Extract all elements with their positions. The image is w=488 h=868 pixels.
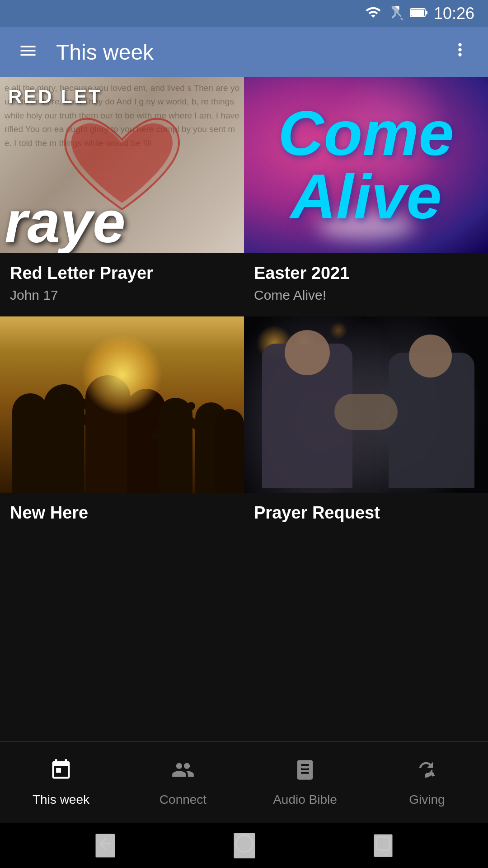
- hand-icon: [415, 758, 439, 787]
- nav-item-this-week[interactable]: This week: [0, 751, 122, 814]
- come-alive-text: Come Alive: [244, 77, 488, 253]
- card-red-letter-prayer[interactable]: e all the glory, because you loved em, a…: [0, 77, 244, 316]
- rlp-main-label: raye: [0, 196, 244, 249]
- nh-info: New Here: [0, 493, 244, 537]
- ca-subtitle: Come Alive!: [254, 288, 478, 303]
- pr-title: Prayer Request: [254, 503, 478, 524]
- wifi-icon: [365, 4, 381, 24]
- rlp-info: Red Letter Prayer John 17: [0, 253, 244, 316]
- calendar-icon: [49, 758, 73, 787]
- more-options-button[interactable]: [446, 35, 474, 69]
- app-bar: This week: [0, 27, 488, 77]
- svg-point-4: [236, 835, 253, 852]
- ca-title-text: Easter 2021: [254, 263, 478, 284]
- nav-item-audio-bible[interactable]: Audio Bible: [244, 751, 366, 814]
- nav-label-this-week: This week: [33, 793, 89, 807]
- hamburger-button[interactable]: [14, 36, 42, 68]
- signal-icon: [388, 4, 404, 24]
- recents-button[interactable]: [374, 834, 393, 857]
- rlp-title: Red Letter Prayer: [10, 263, 234, 284]
- bottom-nav: This week Connect Audio Bible Giving: [0, 741, 488, 823]
- svg-rect-5: [377, 837, 390, 850]
- content-grid: e all the glory, because you loved em, a…: [0, 77, 488, 537]
- people-icon: [171, 758, 195, 787]
- system-nav-bar: [0, 823, 488, 868]
- nav-item-connect[interactable]: Connect: [122, 751, 244, 814]
- battery-icon: [410, 6, 427, 21]
- nav-label-giving: Giving: [409, 793, 445, 807]
- page-title: This week: [56, 40, 446, 65]
- nav-item-giving[interactable]: Giving: [366, 751, 488, 814]
- svg-rect-1: [411, 9, 424, 16]
- home-button[interactable]: [234, 833, 255, 859]
- card-come-alive[interactable]: Come Alive Easter 2021 Come Alive!: [244, 77, 488, 316]
- nav-label-connect: Connect: [160, 793, 206, 807]
- card-prayer-request[interactable]: Prayer Request: [244, 316, 488, 537]
- svg-rect-3: [302, 767, 308, 768]
- status-bar: 10:26: [0, 0, 488, 27]
- nav-label-audio-bible: Audio Bible: [273, 793, 337, 807]
- svg-rect-2: [425, 11, 427, 14]
- book-icon: [293, 758, 317, 787]
- rlp-top-label: RED LET: [8, 86, 102, 108]
- ca-info: Easter 2021 Come Alive!: [244, 253, 488, 316]
- card-new-here[interactable]: New Here: [0, 316, 244, 537]
- status-icons: 10:26: [365, 4, 474, 24]
- time-display: 10:26: [434, 4, 474, 23]
- pr-info: Prayer Request: [244, 493, 488, 537]
- back-button[interactable]: [95, 834, 115, 858]
- rlp-subtitle: John 17: [10, 288, 234, 303]
- nh-title: New Here: [10, 503, 234, 524]
